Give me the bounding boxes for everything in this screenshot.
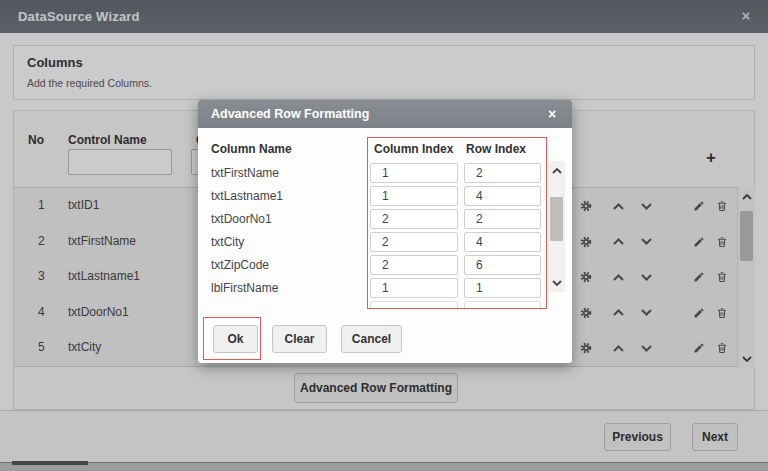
modal-row: txtZipCode: [198, 254, 743, 277]
scroll-up-icon[interactable]: [548, 163, 565, 178]
modal-title: Advanced Row Formatting: [211, 107, 369, 121]
row-index-input[interactable]: [464, 209, 541, 229]
scroll-thumb[interactable]: [550, 197, 563, 241]
background-page-fragment: [12, 461, 88, 465]
column-name-label: txtFirstName: [211, 162, 279, 184]
column-name-label: lblFirstName: [211, 277, 278, 299]
column-index-input[interactable]: [370, 186, 458, 206]
modal-row: txtFirstName: [198, 162, 743, 185]
column-name-label: txtCity: [211, 231, 244, 253]
modal-row: txtDoorNo1: [198, 208, 743, 231]
modal-row: txtCity: [198, 231, 743, 254]
row-index-input[interactable]: [464, 278, 541, 298]
modal-row-partial: [198, 300, 743, 310]
column-name-label: txtDoorNo1: [211, 208, 272, 230]
row-index-input[interactable]: [464, 163, 541, 183]
scroll-down-icon[interactable]: [548, 275, 565, 290]
advanced-row-formatting-dialog: Advanced Row Formatting × Column Name Co…: [198, 100, 572, 363]
cancel-button[interactable]: Cancel: [341, 325, 402, 353]
row-index-input[interactable]: [464, 232, 541, 252]
column-index-input[interactable]: [370, 301, 458, 310]
modal-header-column-name: Column Name: [211, 142, 292, 156]
modal-header-column-index: Column Index: [374, 142, 453, 156]
modal-titlebar: Advanced Row Formatting ×: [198, 100, 572, 128]
modal-close-icon[interactable]: ×: [543, 105, 561, 123]
column-index-input[interactable]: [370, 278, 458, 298]
modal-row: txtLastname1: [198, 185, 743, 208]
column-index-input[interactable]: [370, 163, 458, 183]
modal-row-list: txtFirstName txtLastname1 txtDoorNo1 txt…: [198, 162, 743, 310]
row-index-input[interactable]: [464, 301, 541, 310]
screen: DataSource Wizard × Columns Add the requ…: [0, 0, 768, 471]
column-name-label: txtZipCode: [211, 254, 269, 276]
modal-scrollbar[interactable]: [548, 161, 565, 292]
clear-button[interactable]: Clear: [272, 325, 327, 353]
column-index-input[interactable]: [370, 255, 458, 275]
column-index-input[interactable]: [370, 209, 458, 229]
column-name-label: txtLastname1: [211, 185, 283, 207]
row-index-input[interactable]: [464, 255, 541, 275]
modal-header-row-index: Row Index: [466, 142, 526, 156]
column-index-input[interactable]: [370, 232, 458, 252]
ok-button[interactable]: Ok: [213, 325, 258, 353]
row-index-input[interactable]: [464, 186, 541, 206]
modal-row: lblFirstName: [198, 277, 743, 300]
